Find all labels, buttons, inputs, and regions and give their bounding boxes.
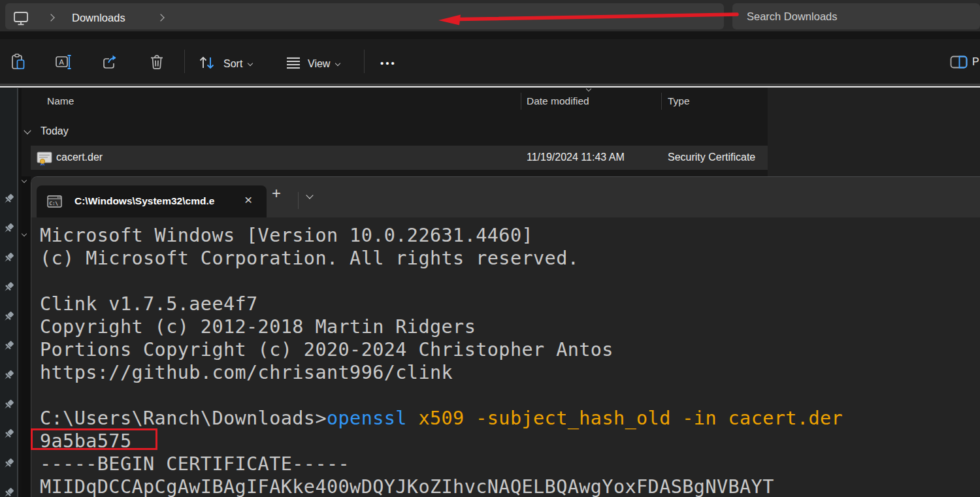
toolbar-divider bbox=[364, 50, 365, 73]
file-date-modified: 11/19/2024 11:43 AM bbox=[527, 152, 625, 163]
terminal-output-line: Clink v1.7.5.aee4f7 bbox=[40, 293, 980, 315]
column-divider[interactable] bbox=[661, 93, 662, 110]
terminal-output-line: https://github.com/chrisant996/clink bbox=[40, 361, 980, 384]
pushpin-icon[interactable] bbox=[3, 281, 14, 293]
screen: Downloads A bbox=[0, 0, 980, 497]
close-tab-icon[interactable]: × bbox=[244, 192, 252, 208]
toolbar-divider bbox=[184, 50, 185, 73]
pushpin-icon[interactable] bbox=[3, 340, 14, 352]
terminal-tab-title: C:\Windows\System32\cmd.e bbox=[74, 195, 214, 207]
pushpin-icon[interactable] bbox=[3, 223, 14, 234]
more-ellipsis-icon: ••• bbox=[380, 57, 397, 69]
column-header-type[interactable]: Type bbox=[668, 95, 690, 107]
terminal-output-line bbox=[40, 270, 980, 293]
details-pane-button[interactable] bbox=[950, 56, 968, 72]
terminal-output[interactable]: Microsoft Windows [Version 10.0.22631.44… bbox=[31, 217, 980, 497]
group-collapse-icon[interactable] bbox=[24, 127, 31, 134]
svg-text:A: A bbox=[59, 58, 65, 66]
clipboard-paste-icon bbox=[10, 54, 26, 73]
pushpin-icon[interactable] bbox=[3, 252, 14, 264]
explorer-left-edge bbox=[22, 176, 31, 497]
terminal-window: C:\ C:\Windows\System32\cmd.e × + Micros… bbox=[31, 176, 980, 497]
sort-arrows-icon bbox=[198, 55, 218, 73]
certificate-base64-line: MIIDqDCCApCgAwIBAgIFAKke400wDQYJKoZIhvcN… bbox=[40, 475, 980, 497]
pushpin-icon[interactable] bbox=[3, 458, 14, 470]
command-program: openssl bbox=[327, 408, 407, 429]
tab-dropdown-icon[interactable] bbox=[306, 191, 313, 199]
command-bar: A bbox=[0, 39, 980, 84]
details-pane-label-partial: P bbox=[972, 56, 979, 68]
explorer-titlebar: Downloads bbox=[0, 0, 980, 31]
pushpin-icon[interactable] bbox=[3, 370, 14, 381]
pushpin-icon[interactable] bbox=[3, 311, 14, 323]
details-pane-icon bbox=[950, 56, 968, 72]
terminal-output-line: Microsoft Windows [Version 10.0.22631.44… bbox=[40, 224, 980, 247]
search-box[interactable] bbox=[732, 3, 980, 29]
tab-bar-divider bbox=[298, 192, 299, 209]
view-button[interactable]: View bbox=[285, 55, 340, 73]
address-bar[interactable]: Downloads bbox=[5, 3, 724, 29]
see-more-button[interactable]: ••• bbox=[380, 57, 397, 69]
chevron-down-icon bbox=[335, 60, 340, 65]
cmd-prompt-icon: C:\ bbox=[47, 195, 62, 211]
file-name: cacert.der bbox=[56, 152, 103, 163]
column-header-date-modified[interactable]: Date modified bbox=[527, 95, 589, 107]
explorer-empty-pane bbox=[768, 88, 980, 176]
breadcrumb-chevron-icon[interactable] bbox=[47, 14, 54, 21]
rename-icon: A bbox=[55, 54, 73, 72]
breadcrumb-downloads[interactable]: Downloads bbox=[72, 12, 125, 24]
file-type: Security Certificate bbox=[668, 152, 755, 163]
terminal-output-line: (c) Microsoft Corporation. All rights re… bbox=[40, 247, 980, 270]
terminal-command-line: C:\Users\Ranch\Downloads>openssl x509 -s… bbox=[40, 407, 980, 430]
certificate-header-line: -----BEGIN CERTIFICATE----- bbox=[40, 453, 980, 475]
annotation-highlight-box bbox=[31, 428, 157, 450]
pushpin-icon[interactable] bbox=[3, 487, 14, 497]
new-tab-button[interactable]: + bbox=[272, 184, 281, 202]
paste-button[interactable] bbox=[10, 54, 26, 73]
svg-text:C:\: C:\ bbox=[50, 200, 59, 206]
sort-label: Sort bbox=[223, 58, 242, 70]
pushpin-icon[interactable] bbox=[3, 428, 14, 440]
pushpin-icon[interactable] bbox=[3, 399, 14, 411]
terminal-output-line: Copyright (c) 2012-2018 Martin Ridgers bbox=[40, 315, 980, 338]
sort-button[interactable]: Sort bbox=[198, 55, 252, 73]
command-arguments: x509 -subject_hash_old -in cacert.der bbox=[407, 408, 843, 429]
view-lines-icon bbox=[285, 55, 302, 73]
group-label-today[interactable]: Today bbox=[41, 125, 69, 137]
terminal-tab-bar: C:\ C:\Windows\System32\cmd.e × + bbox=[31, 177, 980, 217]
column-header-name[interactable]: Name bbox=[47, 95, 74, 107]
security-certificate-icon bbox=[36, 150, 53, 169]
terminal-output-line: Portions Copyright (c) 2020-2024 Christo… bbox=[40, 338, 980, 361]
terminal-prompt: C:\Users\Ranch\Downloads> bbox=[40, 408, 327, 429]
terminal-hash-output: 9a5ba575 bbox=[40, 430, 980, 453]
column-divider[interactable] bbox=[521, 93, 521, 110]
titlebar-separator bbox=[0, 31, 980, 39]
view-label: View bbox=[308, 58, 330, 70]
delete-button[interactable] bbox=[148, 54, 165, 73]
terminal-output-line bbox=[40, 384, 980, 407]
this-pc-monitor-icon[interactable] bbox=[12, 9, 30, 30]
rename-button[interactable]: A bbox=[55, 54, 73, 72]
breadcrumb-chevron-icon[interactable] bbox=[157, 14, 164, 21]
trash-icon bbox=[148, 54, 165, 73]
search-input[interactable] bbox=[732, 3, 980, 29]
chevron-down-icon bbox=[248, 60, 253, 65]
file-row-cacert[interactable]: cacert.der 11/19/2024 11:43 AM Security … bbox=[31, 146, 768, 170]
terminal-tab-cmd[interactable]: C:\ C:\Windows\System32\cmd.e × bbox=[37, 185, 267, 217]
share-button[interactable] bbox=[101, 54, 118, 72]
pushpin-icon[interactable] bbox=[3, 193, 14, 205]
share-icon bbox=[101, 54, 118, 72]
